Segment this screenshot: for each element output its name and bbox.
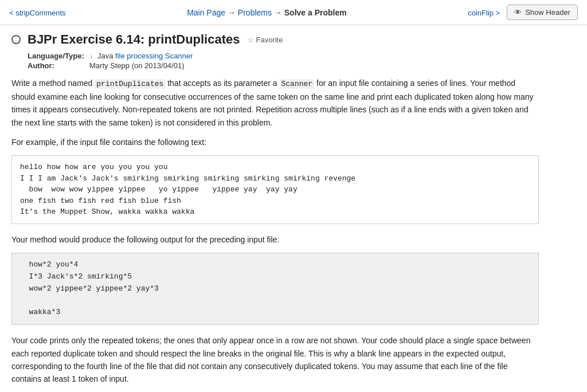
nav-arrow2: → [274,8,284,17]
author-label: Author: [28,61,85,70]
output-code-block: how*2 you*4 I*3 Jack's*2 smirking*5 wow*… [11,253,539,325]
para3-text: Your method would produce the following … [11,235,279,244]
language-label: Language/Type: [28,52,85,60]
strip-comments-link[interactable]: < stripComments [9,9,66,17]
main-content: BJPr Exercise 6.14: printDuplicates ☆ Fa… [0,25,550,392]
top-nav: < stripComments Main Page → Problems → S… [0,0,587,25]
problem-title: BJPr Exercise 6.14: printDuplicates [28,32,240,47]
inline-code-scanner: Scanner [280,79,315,89]
description-para1: Write a method named printDuplicates tha… [11,77,539,129]
favorite-label: Favorite [256,36,283,44]
main-page-link[interactable]: Main Page [187,8,225,17]
show-header-label: Show Header [525,8,570,17]
problems-link[interactable]: Problems [238,8,272,17]
coin-flip-link[interactable]: coinFlip > [468,9,500,17]
description-para4: Your code prints only the repeated token… [11,334,539,386]
eye-icon: 👁 [514,8,522,17]
description-para3: Your method would produce the following … [11,233,539,246]
nav-arrow1: → [228,8,238,17]
nav-right: coinFlip > [468,8,500,17]
solve-problem-text: Solve a Problem [284,8,347,17]
file-processing-link[interactable]: file processing [115,52,163,60]
nav-left: < stripComments [9,8,66,17]
nav-center: Main Page → Problems → Solve a Problem [187,8,347,17]
author-row: Author: Marty Stepp (on 2013/04/01) [28,61,539,70]
download-icon: ↓ [89,52,93,60]
problem-title-row: BJPr Exercise 6.14: printDuplicates ☆ Fa… [11,32,539,47]
inline-code-method: printDuplicates [95,79,165,89]
language-row: Language/Type: ↓ Java file processing Sc… [28,52,539,60]
radio-circle [11,35,21,44]
author-value: Marty Stepp (on 2013/04/01) [89,61,185,70]
show-header-button[interactable]: 👁 Show Header [507,5,578,20]
description-para2: For example, if the input file contains … [11,136,539,148]
language-java: Java file processing Scanner [97,52,193,60]
java-text: Java [97,52,113,60]
scanner-link[interactable]: Scanner [165,52,193,60]
input-code-block: hello how how are you you you you I I I … [11,155,539,224]
star-icon: ☆ [247,36,254,44]
favorite-button[interactable]: ☆ Favorite [247,36,283,44]
metadata: Language/Type: ↓ Java file processing Sc… [28,52,539,70]
para2-text: For example, if the input file contains … [11,138,206,147]
